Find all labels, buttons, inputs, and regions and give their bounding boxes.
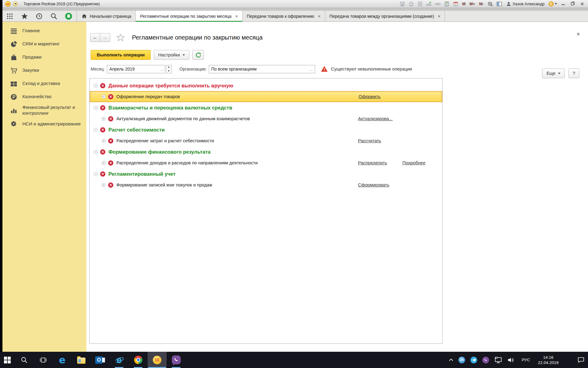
tray-badge-24-icon[interactable]: 24 bbox=[458, 357, 465, 363]
viber-tray-icon[interactable] bbox=[482, 357, 489, 363]
chevron-up-icon bbox=[449, 358, 453, 361]
calendar-icon[interactable]: 31 bbox=[453, 1, 459, 7]
settings-button[interactable]: Настройки bbox=[154, 50, 189, 60]
tree-item-row[interactable]: Формирование записей книг покупок и прод… bbox=[90, 179, 442, 190]
details-link[interactable]: Подробнее bbox=[402, 160, 425, 165]
restore-button[interactable] bbox=[569, 1, 576, 6]
collapse-icon[interactable] bbox=[94, 172, 98, 176]
sidebar-item-financial-result[interactable]: Финансовый результат и контроллинг bbox=[2, 103, 86, 117]
expand-icon[interactable] bbox=[102, 117, 106, 121]
edge-button[interactable]: e bbox=[53, 352, 72, 368]
notifications-bell-icon[interactable] bbox=[65, 13, 72, 20]
tray-expand-button[interactable] bbox=[449, 358, 453, 361]
tree-group-row[interactable]: Регламентированный учет bbox=[90, 168, 442, 179]
action-link[interactable]: Оформить bbox=[359, 94, 381, 99]
close-tab-icon[interactable] bbox=[235, 14, 238, 18]
tree-group-row[interactable]: Расчет себестоимости bbox=[90, 124, 442, 135]
tab-goods-transfers[interactable]: Передачи товаров к оформлению bbox=[243, 11, 325, 21]
action-link[interactable]: Актуализирова... bbox=[358, 116, 393, 121]
print-preview-icon[interactable] bbox=[417, 1, 423, 7]
memory-m-plus-button[interactable]: M+ bbox=[469, 2, 476, 6]
expand-icon[interactable] bbox=[102, 161, 106, 165]
taskbar-clock[interactable]: 14:16 22.04.2019 bbox=[538, 355, 559, 365]
memory-m-minus-button[interactable]: M- bbox=[478, 2, 484, 6]
tree-item-row-selected[interactable]: Оформление передач товаров Оформить bbox=[90, 91, 442, 102]
execute-operations-button[interactable]: Выполнить операции bbox=[91, 50, 151, 60]
history-icon[interactable] bbox=[36, 13, 43, 20]
volume-tray-icon[interactable] bbox=[507, 357, 515, 363]
organization-picker-button[interactable]: ... bbox=[307, 65, 315, 73]
memory-m-button[interactable]: M bbox=[462, 2, 466, 6]
action-link[interactable]: Рассчитать bbox=[358, 138, 381, 143]
organization-input[interactable] bbox=[209, 65, 307, 73]
tree-item-row[interactable]: Распределение затрат и расчет себестоимо… bbox=[90, 135, 442, 146]
get-link-icon[interactable] bbox=[426, 1, 432, 7]
month-input[interactable] bbox=[107, 65, 159, 73]
tree-group-row[interactable]: Формирование финансового результата bbox=[90, 146, 442, 157]
current-user[interactable]: Хазов Александр bbox=[506, 2, 545, 6]
close-form-icon[interactable] bbox=[576, 31, 580, 37]
viber-button[interactable] bbox=[167, 352, 186, 368]
notification-center-button[interactable] bbox=[578, 357, 584, 363]
file-explorer-button[interactable] bbox=[72, 352, 91, 368]
back-button[interactable]: ← bbox=[90, 33, 100, 42]
task-view-button[interactable] bbox=[34, 352, 53, 368]
expand-icon[interactable] bbox=[102, 139, 106, 143]
system-menu-button[interactable] bbox=[13, 1, 18, 6]
sidebar-item-administration[interactable]: НСИ и администрирование bbox=[2, 117, 86, 131]
internet-explorer-button[interactable]: e bbox=[110, 352, 129, 368]
collapse-icon[interactable] bbox=[94, 128, 98, 132]
sidebar-item-sales[interactable]: Продажи bbox=[2, 51, 86, 64]
1c-app-button[interactable]: 1С bbox=[148, 352, 167, 368]
close-button[interactable]: ✕ bbox=[579, 1, 586, 7]
favorite-star-icon[interactable] bbox=[116, 33, 125, 42]
stepper-up-button[interactable] bbox=[166, 65, 171, 69]
tab-month-closing[interactable]: Регламентные операции по закрытию месяца bbox=[136, 11, 242, 21]
print-icon[interactable] bbox=[408, 1, 414, 7]
close-tab-icon[interactable] bbox=[318, 14, 321, 18]
forward-button[interactable]: → bbox=[100, 33, 110, 42]
action-link[interactable]: Распределить bbox=[358, 160, 387, 165]
refresh-button[interactable] bbox=[192, 50, 204, 60]
outlook-button[interactable]: O bbox=[91, 352, 110, 368]
tree-group-row[interactable]: Данные операции требуется выполнить вруч… bbox=[90, 80, 442, 91]
help-button[interactable]: ? bbox=[568, 68, 579, 78]
telegram-tray-icon[interactable] bbox=[470, 357, 477, 363]
expand-icon[interactable] bbox=[102, 95, 106, 99]
tree-group-row[interactable]: Взаиморасчеты и переоценка валютных сред… bbox=[90, 102, 442, 113]
network-tray-icon[interactable] bbox=[494, 357, 502, 363]
save-icon[interactable] bbox=[399, 1, 405, 7]
language-indicator[interactable]: РУС bbox=[522, 358, 530, 362]
expand-icon[interactable] bbox=[102, 183, 106, 187]
zoom-icon[interactable] bbox=[487, 1, 493, 7]
info-button[interactable]: i bbox=[548, 1, 557, 6]
edge-icon: e bbox=[59, 355, 66, 365]
stepper-down-button[interactable] bbox=[166, 69, 171, 73]
tree-item-row[interactable]: Распределение доходов и расходов по напр… bbox=[90, 157, 442, 168]
month-picker-button[interactable]: ... bbox=[159, 65, 165, 73]
collapse-icon[interactable] bbox=[94, 106, 98, 110]
minimize-button[interactable] bbox=[560, 1, 567, 6]
sidebar-item-warehouse[interactable]: Склад и доставка bbox=[2, 77, 86, 90]
tree-item-row[interactable]: Актуализация движений документов по данн… bbox=[90, 113, 442, 124]
sidebar-item-crm[interactable]: CRM и маркетинг bbox=[2, 37, 86, 51]
sidebar-item-main[interactable]: Главное bbox=[2, 24, 86, 37]
collapse-icon[interactable] bbox=[94, 150, 98, 154]
start-button[interactable] bbox=[0, 352, 15, 368]
taskbar-search-button[interactable] bbox=[15, 352, 34, 368]
collapse-icon[interactable] bbox=[94, 84, 98, 88]
search-icon[interactable] bbox=[50, 13, 58, 20]
tab-transfer-between-orgs[interactable]: Передача товаров между организациями (со… bbox=[325, 11, 445, 21]
more-button[interactable]: Еще bbox=[542, 68, 565, 78]
close-tab-icon[interactable] bbox=[438, 14, 440, 18]
sidebar-item-purchasing[interactable]: Закупки bbox=[2, 64, 86, 77]
calculator-icon[interactable] bbox=[444, 1, 450, 7]
split-window-icon[interactable] bbox=[496, 1, 502, 7]
tab-home[interactable]: Начальная страница bbox=[77, 11, 136, 21]
action-link[interactable]: Сформировать bbox=[358, 182, 389, 187]
sidebar-item-treasury[interactable]: Казначейство bbox=[2, 90, 86, 103]
chrome-button[interactable] bbox=[129, 352, 148, 368]
favorites-icon[interactable] bbox=[21, 13, 28, 20]
go-to-link-icon[interactable] bbox=[435, 1, 441, 7]
all-functions-menu-icon[interactable] bbox=[6, 13, 13, 20]
